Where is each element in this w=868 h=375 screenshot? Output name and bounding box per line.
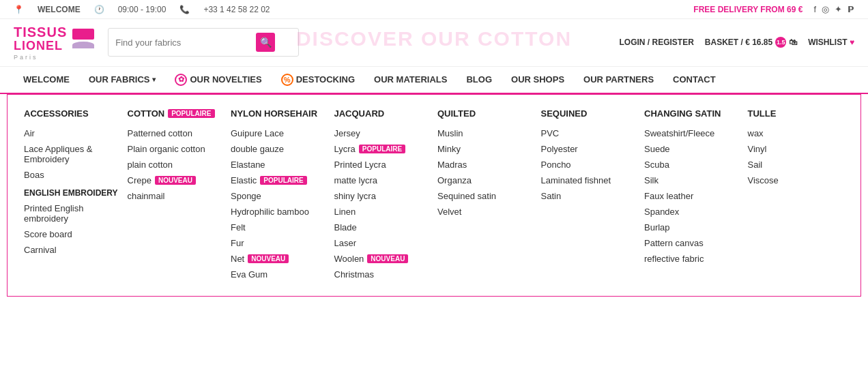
item-badge-2-3: POPULAIRE — [260, 176, 306, 185]
dropdown-link-3-0[interactable]: Jersey — [334, 125, 431, 141]
nav-materials[interactable]: OUR MATERIALS — [364, 68, 457, 91]
dropdown-link-3-5[interactable]: Linen — [334, 204, 431, 220]
wishlist-button[interactable]: WISHLIST ♥ — [808, 38, 854, 47]
dropdown-link-7-0[interactable]: wax — [748, 125, 845, 141]
dropdown-link-4-4[interactable]: Sequined satin — [437, 188, 534, 204]
fabrics-dropdown: ACCESSORIESAirLace Appliques & Embroider… — [7, 94, 861, 297]
top-bar-left: 📍 WELCOME 🕐 09:00 - 19:00 📞 +33 1 42 58 … — [14, 5, 270, 14]
nav-contact[interactable]: CONTACT — [663, 68, 725, 91]
dropdown-link-2-4[interactable]: Sponge — [231, 188, 328, 204]
dropdown-link-1-3[interactable]: CrepeNOUVEAU — [128, 172, 225, 188]
dropdown-link-1-1[interactable]: Plain organic cotton — [128, 141, 225, 157]
dropdown-link-0-4[interactable]: Printed English embroidery — [24, 200, 121, 226]
dropdown-link-7-3[interactable]: Viscose — [748, 172, 845, 188]
nav-shops[interactable]: OUR SHOPS — [502, 68, 574, 91]
logo-tissus: TISSUS — [14, 25, 67, 40]
basket-badge: 1.5 — [775, 37, 786, 48]
dropdown-link-2-7[interactable]: Fur — [231, 235, 328, 251]
col-header-7: TULLE — [748, 108, 845, 119]
pinterest-icon[interactable]: 𝗣 — [848, 4, 854, 14]
top-bar: 📍 WELCOME 🕐 09:00 - 19:00 📞 +33 1 42 58 … — [0, 0, 868, 19]
discover-overlay: DISCOVER OUR COTTON — [296, 27, 572, 50]
basket-button[interactable]: BASKET / € 16.85 1.5 🛍 — [705, 37, 797, 48]
dropdown-link-6-2[interactable]: Scuba — [644, 157, 741, 172]
dropdown-col-3: JACQUARDJerseyLycraPOPULAIREPrinted Lycr… — [334, 108, 431, 282]
dropdown-link-4-2[interactable]: Madras — [437, 157, 534, 172]
dropdown-link-3-7[interactable]: Laser — [334, 235, 431, 251]
dropdown-link-5-1[interactable]: Polyester — [541, 141, 638, 157]
search-button[interactable]: 🔍 — [256, 33, 275, 52]
dropdown-col-0: ACCESSORIESAirLace Appliques & Embroider… — [24, 108, 121, 282]
dropdown-link-3-8[interactable]: WoolenNOUVEAU — [334, 251, 431, 267]
nav-partners[interactable]: OUR PARTNERS — [574, 68, 663, 91]
dropdown-link-2-2[interactable]: Elastane — [231, 157, 328, 172]
dropdown-link-2-6[interactable]: Felt — [231, 220, 328, 235]
dropdown-link-0-5[interactable]: Score board — [24, 226, 121, 242]
dropdown-link-0-6[interactable]: Carnival — [24, 242, 121, 258]
dropdown-link-3-3[interactable]: matte lycra — [334, 172, 431, 188]
logo[interactable]: TISSUS LIONEL Paris — [14, 25, 94, 61]
dropdown-link-1-0[interactable]: Patterned cotton — [128, 125, 225, 141]
col-header-3: JACQUARD — [334, 108, 431, 119]
login-button[interactable]: LOGIN / REGISTER — [619, 38, 693, 47]
top-bar-right: FREE DELIVERY FROM 69 € f ◎ ✦ 𝗣 — [693, 4, 854, 14]
dropdown-link-7-1[interactable]: Vinyl — [748, 141, 845, 157]
delivery-text: FREE DELIVERY FROM 69 € — [693, 5, 802, 14]
dropdown-link-6-0[interactable]: Sweatshirt/Fleece — [644, 125, 741, 141]
header-right: LOGIN / REGISTER BASKET / € 16.85 1.5 🛍 … — [619, 37, 854, 48]
dropdown-link-2-1[interactable]: double gauze — [231, 141, 328, 157]
nav-blog[interactable]: BLOG — [457, 68, 502, 91]
instagram-icon[interactable]: ◎ — [822, 4, 829, 14]
populaire-badge: POPULAIRE — [168, 109, 214, 118]
dropdown-link-4-1[interactable]: Minky — [437, 141, 534, 157]
nav-our-fabrics[interactable]: OUR FABRICS ▾ — [79, 68, 166, 91]
dropdown-col-6: CHANGING SATINSweatshirt/FleeceSuedeScub… — [644, 108, 741, 282]
dropdown-link-6-4[interactable]: Faux leather — [644, 188, 741, 204]
dropdown-col-2: NYLON HORSEHAIRGuipure Lacedouble gauzeE… — [231, 108, 328, 282]
dropdown-link-5-3[interactable]: Laminated fishnet — [541, 172, 638, 188]
dropdown-link-2-5[interactable]: Hydrophilic bamboo — [231, 204, 328, 220]
subheader-0-3: ENGLISH EMBROIDERY — [24, 183, 121, 200]
dropdown-link-1-4[interactable]: chainmail — [128, 188, 225, 204]
dropdown-link-2-3[interactable]: ElasticPOPULAIRE — [231, 172, 328, 188]
col-header-5: SEQUINED — [541, 108, 638, 119]
social-icons: f ◎ ✦ 𝗣 — [813, 4, 854, 14]
dropdown-link-0-0[interactable]: Air — [24, 125, 121, 141]
dropdown-col-4: QUILTEDMuslinMinkyMadrasOrganzaSequined … — [437, 108, 534, 282]
dropdown-link-2-8[interactable]: NetNOUVEAU — [231, 251, 328, 267]
dropdown-link-2-9[interactable]: Eva Gum — [231, 267, 328, 282]
dropdown-link-3-4[interactable]: shiny lycra — [334, 188, 431, 204]
nav-destocking[interactable]: % DESTOCKING — [272, 67, 364, 93]
dropdown-link-4-0[interactable]: Muslin — [437, 125, 534, 141]
dropdown-link-6-8[interactable]: reflective fabric — [644, 251, 741, 267]
item-badge-1-3: NOUVEAU — [155, 176, 196, 185]
dropdown-link-2-0[interactable]: Guipure Lace — [231, 125, 328, 141]
facebook-icon[interactable]: f — [813, 4, 816, 14]
dropdown-link-3-9[interactable]: Christmas — [334, 267, 431, 282]
dropdown-link-0-2[interactable]: Boas — [24, 167, 121, 183]
our-shops-link[interactable]: WELCOME — [38, 5, 81, 14]
dropdown-link-3-2[interactable]: Printed Lycra — [334, 157, 431, 172]
dropdown-link-6-6[interactable]: Burlap — [644, 220, 741, 235]
logo-city: Paris — [14, 54, 38, 61]
dropdown-link-5-4[interactable]: Satin — [541, 188, 638, 204]
dropdown-link-6-7[interactable]: Pattern canvas — [644, 235, 741, 251]
dropdown-link-6-5[interactable]: Spandex — [644, 204, 741, 220]
dropdown-link-5-0[interactable]: PVC — [541, 125, 638, 141]
col-header-0: ACCESSORIES — [24, 108, 121, 119]
dropdown-col-5: SEQUINEDPVCPolyesterPonchoLaminated fish… — [541, 108, 638, 282]
dropdown-link-4-3[interactable]: Organza — [437, 172, 534, 188]
dropdown-link-0-1[interactable]: Lace Appliques & Embroidery — [24, 141, 121, 167]
dropdown-link-3-6[interactable]: Blade — [334, 220, 431, 235]
nav-novelties[interactable]: ✿ OUR NOVELTIES — [165, 67, 271, 93]
dropdown-link-5-2[interactable]: Poncho — [541, 157, 638, 172]
dropdown-link-6-1[interactable]: Suede — [644, 141, 741, 157]
search-input[interactable] — [115, 38, 252, 48]
dropdown-link-1-2[interactable]: plain cotton — [128, 157, 225, 172]
dropdown-link-6-3[interactable]: Silk — [644, 172, 741, 188]
dropdown-link-7-2[interactable]: Sail — [748, 157, 845, 172]
nav-welcome[interactable]: WELCOME — [14, 68, 79, 91]
twitter-icon[interactable]: ✦ — [835, 4, 842, 14]
dropdown-link-4-5[interactable]: Velvet — [437, 204, 534, 220]
dropdown-link-3-1[interactable]: LycraPOPULAIRE — [334, 141, 431, 157]
